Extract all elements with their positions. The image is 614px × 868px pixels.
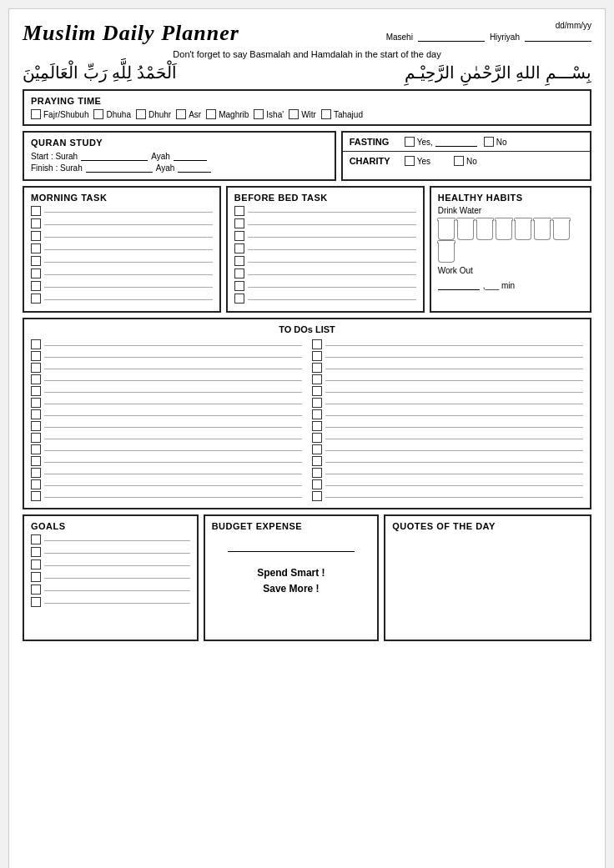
todo-checkbox[interactable] (312, 468, 322, 478)
list-item[interactable] (234, 281, 416, 291)
charity-no-checkbox[interactable] (454, 156, 464, 166)
goal-checkbox[interactable] (31, 597, 41, 607)
goal-checkbox[interactable] (31, 547, 41, 557)
list-item[interactable] (31, 339, 302, 349)
list-item[interactable] (31, 456, 302, 466)
list-item[interactable] (312, 444, 583, 454)
task-checkbox[interactable] (31, 231, 41, 241)
list-item[interactable] (31, 351, 302, 361)
todo-checkbox[interactable] (31, 421, 41, 431)
water-cup[interactable] (515, 220, 531, 240)
water-cup[interactable] (553, 220, 570, 240)
list-item[interactable] (31, 386, 302, 396)
water-cup[interactable] (457, 220, 474, 240)
todo-checkbox[interactable] (312, 386, 322, 396)
list-item[interactable] (234, 218, 416, 228)
task-checkbox[interactable] (31, 243, 41, 253)
pray-dhuhr-checkbox[interactable] (136, 109, 146, 119)
task-checkbox[interactable] (234, 294, 244, 304)
todo-checkbox[interactable] (312, 409, 322, 419)
list-item[interactable] (312, 479, 583, 489)
list-item[interactable] (31, 243, 213, 253)
quran-finish-surah-field[interactable] (86, 163, 153, 173)
budget-amount-field[interactable] (228, 551, 355, 552)
list-item[interactable] (31, 585, 190, 595)
goal-checkbox[interactable] (31, 585, 41, 595)
pray-maghrib[interactable]: Maghrib (206, 109, 249, 119)
list-item[interactable] (31, 281, 213, 291)
workout-field[interactable] (438, 280, 480, 290)
todo-checkbox[interactable] (312, 491, 322, 501)
pray-dhuha[interactable]: Dhuha (93, 109, 130, 119)
task-checkbox[interactable] (31, 256, 41, 266)
pray-isha-checkbox[interactable] (254, 109, 264, 119)
list-item[interactable] (31, 294, 213, 304)
list-item[interactable] (31, 256, 213, 266)
water-cup[interactable] (438, 243, 455, 263)
pray-asr[interactable]: Asr (176, 109, 201, 119)
list-item[interactable] (312, 363, 583, 373)
task-checkbox[interactable] (234, 256, 244, 266)
pray-fajr[interactable]: Fajr/Shubuh (31, 109, 88, 119)
todo-checkbox[interactable] (31, 386, 41, 396)
goal-checkbox[interactable] (31, 534, 41, 544)
task-checkbox[interactable] (234, 268, 244, 278)
todo-checkbox[interactable] (312, 456, 322, 466)
water-cup[interactable] (534, 220, 551, 240)
quran-start-surah-field[interactable] (81, 151, 148, 161)
list-item[interactable] (312, 409, 583, 419)
list-item[interactable] (234, 268, 416, 278)
list-item[interactable] (31, 559, 190, 569)
pray-tahajud-checkbox[interactable] (321, 109, 331, 119)
list-item[interactable] (312, 433, 583, 443)
task-checkbox[interactable] (234, 281, 244, 291)
list-item[interactable] (31, 468, 302, 478)
list-item[interactable] (312, 374, 583, 384)
pray-isha[interactable]: Isha' (254, 109, 284, 119)
goal-checkbox[interactable] (31, 559, 41, 569)
pray-witr-checkbox[interactable] (289, 109, 299, 119)
todo-checkbox[interactable] (312, 433, 322, 443)
todo-checkbox[interactable] (31, 409, 41, 419)
pray-tahajud[interactable]: Tahajud (321, 109, 363, 119)
task-checkbox[interactable] (234, 206, 244, 216)
todo-checkbox[interactable] (31, 468, 41, 478)
list-item[interactable] (31, 231, 213, 241)
goal-checkbox[interactable] (31, 572, 41, 582)
task-checkbox[interactable] (234, 218, 244, 228)
list-item[interactable] (234, 206, 416, 216)
water-cup[interactable] (438, 220, 455, 240)
charity-yes[interactable]: Yes (405, 156, 430, 166)
pray-witr[interactable]: Witr (289, 109, 316, 119)
task-checkbox[interactable] (31, 294, 41, 304)
todo-checkbox[interactable] (312, 351, 322, 361)
list-item[interactable] (312, 386, 583, 396)
task-checkbox[interactable] (31, 218, 41, 228)
masehi-field[interactable] (418, 32, 485, 42)
fasting-no-checkbox[interactable] (484, 137, 494, 147)
todo-checkbox[interactable] (31, 491, 41, 501)
pray-dhuha-checkbox[interactable] (93, 109, 103, 119)
todo-checkbox[interactable] (31, 398, 41, 408)
todo-checkbox[interactable] (31, 444, 41, 454)
list-item[interactable] (31, 409, 302, 419)
list-item[interactable] (312, 421, 583, 431)
todo-checkbox[interactable] (312, 374, 322, 384)
todo-checkbox[interactable] (31, 374, 41, 384)
pray-dhuhr[interactable]: Dhuhr (136, 109, 171, 119)
task-checkbox[interactable] (31, 281, 41, 291)
todo-checkbox[interactable] (312, 479, 322, 489)
todo-checkbox[interactable] (312, 444, 322, 454)
list-item[interactable] (312, 398, 583, 408)
todo-checkbox[interactable] (312, 339, 322, 349)
list-item[interactable] (31, 444, 302, 454)
water-cup[interactable] (496, 220, 512, 240)
task-checkbox[interactable] (31, 268, 41, 278)
fasting-yes-field[interactable] (435, 137, 477, 147)
todo-checkbox[interactable] (31, 433, 41, 443)
list-item[interactable] (312, 351, 583, 361)
list-item[interactable] (234, 243, 416, 253)
todo-checkbox[interactable] (312, 398, 322, 408)
task-checkbox[interactable] (234, 243, 244, 253)
todo-checkbox[interactable] (31, 363, 41, 373)
